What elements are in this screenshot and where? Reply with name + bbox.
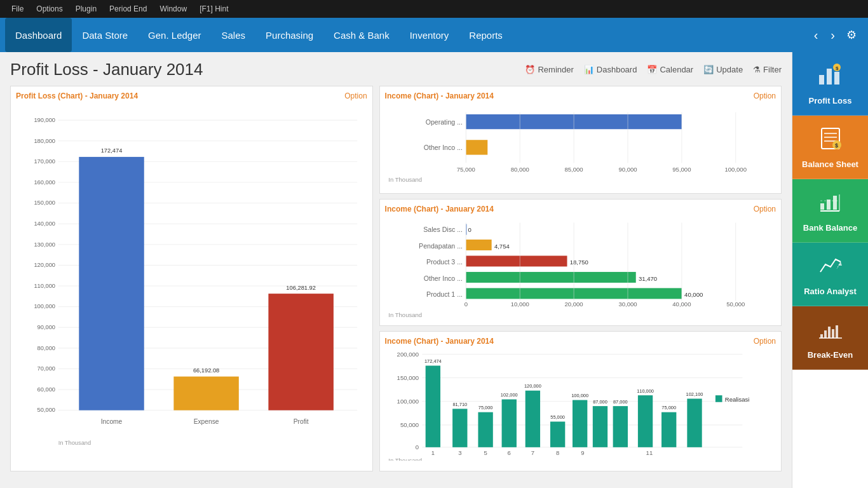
dashboard-label: Dashboard [597,65,637,74]
left-bar-chart: 190,000 180,000 170,000 160,000 150,000 … [16,104,367,459]
svg-text:10,000: 10,000 [510,301,529,308]
left-chart-option[interactable]: Option [344,92,367,100]
svg-text:Pendapatan ...: Pendapatan ... [419,242,463,250]
profit-bar [268,294,333,410]
sidebar-profit-loss[interactable]: $ Profit Loss [792,52,868,116]
svg-text:172,474: 172,474 [424,358,442,364]
menu-hint[interactable]: [F1] Hint [193,2,234,16]
svg-text:Sales Disc ...: Sales Disc ... [423,226,463,233]
svg-text:6: 6 [507,449,510,456]
sidebar-profit-loss-label: Profit Loss [809,96,852,105]
svg-text:0: 0 [415,444,418,451]
calendar-button[interactable]: 📅 Calendar [647,65,693,74]
top-right-chart-option[interactable]: Option [754,92,776,100]
svg-text:18,750: 18,750 [569,259,588,266]
svg-text:81,710: 81,710 [452,402,467,407]
income-bar [79,157,144,410]
ratio-analyst-icon [818,253,843,283]
svg-text:50,000: 50,000 [400,421,418,428]
left-chart-header: Profit Loss (Chart) - January 2014 Optio… [16,92,367,100]
svg-text:Product 3 ...: Product 3 ... [426,258,462,266]
main-content: Profit Loss - January 2014 ⏰ Reminder 📊 … [0,52,792,488]
svg-text:102,100: 102,100 [686,391,703,397]
update-button[interactable]: 🔄 Update [703,65,743,74]
svg-text:Expense: Expense [194,418,219,425]
nav-next[interactable]: › [825,25,840,45]
nav-reports[interactable]: Reports [459,18,513,52]
svg-text:9: 9 [581,449,584,456]
svg-rect-133 [827,200,831,210]
svg-text:160,000: 160,000 [34,179,55,186]
middle-right-chart-title: Income (Chart) - January 2014 [385,205,494,214]
svg-text:0: 0 [464,301,467,308]
bottom-right-chart-option[interactable]: Option [754,337,776,346]
menu-file[interactable]: File [5,2,30,16]
svg-rect-86 [425,365,440,447]
svg-text:In Thousand: In Thousand [388,176,422,183]
nav-inventory[interactable]: Inventory [400,18,459,52]
reminder-button[interactable]: ⏰ Reminder [525,65,573,74]
sidebar-balance-sheet-label: Balance Sheet [802,159,858,169]
svg-text:5: 5 [484,449,487,456]
menu-period-end[interactable]: Period End [103,2,153,16]
svg-text:50,000: 50,000 [726,301,745,308]
svg-text:Profit: Profit [294,418,309,425]
svg-text:106,281.92: 106,281.92 [286,285,316,291]
svg-text:130,000: 130,000 [34,241,55,248]
nav-prev[interactable]: ‹ [809,25,824,45]
filter-button[interactable]: ⚗ Filter [753,65,782,74]
sidebar-break-even[interactable]: Break-Even [792,306,868,370]
svg-text:3: 3 [458,449,461,456]
nav-gen-ledger[interactable]: Gen. Ledger [138,18,211,52]
svg-rect-94 [525,391,539,447]
other-income-bar [466,140,487,154]
svg-text:150,000: 150,000 [397,374,418,381]
svg-text:70,000: 70,000 [37,365,55,372]
middle-right-chart-option[interactable]: Option [754,205,776,214]
nav-cash-bank[interactable]: Cash & Bank [323,18,400,52]
menu-options[interactable]: Options [30,2,69,16]
content-area: Profit Loss - January 2014 ⏰ Reminder 📊 … [0,52,868,488]
nav-purchasing[interactable]: Purchasing [255,18,323,52]
svg-text:60,000: 60,000 [37,386,55,393]
svg-rect-96 [550,422,565,447]
svg-text:87,000: 87,000 [613,399,628,405]
svg-text:100,000: 100,000 [34,303,55,309]
left-chart-title: Profit Loss (Chart) - January 2014 [16,92,138,100]
svg-text:85,000: 85,000 [564,166,583,173]
nav-data-store[interactable]: Data Store [72,18,138,52]
filter-icon: ⚗ [753,65,761,74]
svg-rect-132 [820,203,824,210]
svg-text:$: $ [835,142,838,149]
sidebar-balance-sheet[interactable]: $ Balance Sheet [792,116,868,179]
sidebar-ratio-analyst[interactable]: Ratio Analyst [792,243,868,306]
svg-text:$: $ [836,65,839,71]
svg-rect-141 [824,330,827,338]
svg-text:87,000: 87,000 [593,399,607,405]
svg-rect-102 [613,406,627,447]
svg-rect-144 [836,325,838,338]
svg-text:30,000: 30,000 [618,301,637,308]
nav-gear-icon[interactable]: ⚙ [840,25,863,44]
sidebar-break-even-label: Break-Even [808,350,853,360]
menu-bar: File Options Plugin Period End Window [F… [0,0,868,18]
menu-window[interactable]: Window [153,2,193,16]
nav-sales[interactable]: Sales [212,18,256,52]
svg-text:110,000: 110,000 [637,388,654,394]
svg-text:150,000: 150,000 [34,200,55,206]
svg-text:170,000: 170,000 [34,158,55,165]
menu-plugin[interactable]: Plugin [69,2,103,16]
svg-text:100,000: 100,000 [724,166,746,173]
svg-text:Product 1 ...: Product 1 ... [426,290,462,298]
svg-rect-122 [827,69,832,85]
page-title: Profit Loss - January 2014 [10,60,203,79]
svg-rect-92 [501,400,516,447]
sidebar-bank-balance[interactable]: Bank Balance [792,179,868,243]
sidebar-ratio-analyst-label: Ratio Analyst [804,287,857,296]
svg-text:95,000: 95,000 [672,166,691,173]
nav-dashboard[interactable]: Dashboard [5,18,72,52]
calendar-icon: 📅 [647,65,657,74]
dashboard-button[interactable]: 📊 Dashboard [584,65,637,74]
svg-text:31,470: 31,470 [639,275,657,282]
svg-text:180,000: 180,000 [34,138,55,144]
